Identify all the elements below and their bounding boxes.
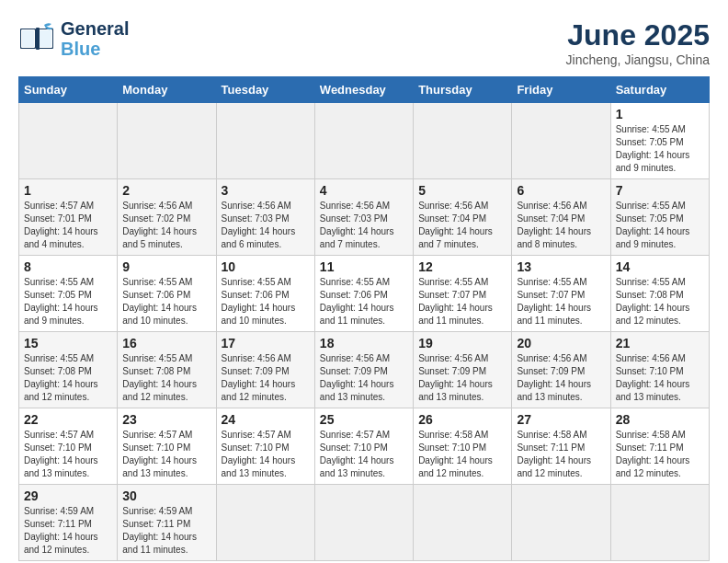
day-number: 19 [418, 336, 506, 350]
day-info: Sunrise: 4:58 AMSunset: 7:11 PMDaylight:… [517, 429, 605, 480]
day-number: 20 [517, 336, 605, 350]
calendar-cell [512, 103, 610, 179]
logo: General Blue [18, 18, 129, 59]
day-number: 30 [122, 488, 210, 503]
calendar-cell: 14Sunrise: 4:55 AMSunset: 7:08 PMDayligh… [610, 256, 709, 332]
calendar-table: SundayMondayTuesdayWednesdayThursdayFrid… [18, 76, 710, 561]
day-number: 10 [222, 259, 310, 274]
calendar-cell: 1Sunrise: 4:55 AMSunset: 7:05 PMDaylight… [610, 103, 709, 179]
calendar-cell [216, 485, 314, 561]
day-number: 3 [222, 183, 310, 198]
calendar-cell: 30Sunrise: 4:59 AMSunset: 7:11 PMDayligh… [118, 485, 216, 561]
calendar-cell [19, 103, 118, 179]
title-block: June 2025 Jincheng, Jiangsu, China [566, 18, 710, 67]
day-number: 21 [616, 336, 704, 350]
page-header: General Blue June 2025 Jincheng, Jiangsu… [18, 18, 710, 67]
calendar-cell: 22Sunrise: 4:57 AMSunset: 7:10 PMDayligh… [19, 408, 118, 485]
svg-rect-5 [40, 30, 51, 47]
day-number: 24 [222, 412, 310, 427]
day-number: 11 [320, 259, 408, 274]
logo-icon [18, 21, 57, 56]
calendar-cell: 15Sunrise: 4:55 AMSunset: 7:08 PMDayligh… [19, 332, 118, 408]
calendar-cell [314, 485, 413, 561]
day-info: Sunrise: 4:59 AMSunset: 7:11 PMDaylight:… [24, 505, 112, 557]
day-info: Sunrise: 4:57 AMSunset: 7:10 PMDaylight:… [222, 429, 310, 480]
day-info: Sunrise: 4:55 AMSunset: 7:06 PMDaylight:… [222, 276, 310, 327]
day-number: 6 [517, 183, 605, 198]
calendar-cell: 5Sunrise: 4:56 AMSunset: 7:04 PMDaylight… [414, 179, 512, 256]
svg-rect-6 [36, 28, 40, 50]
day-number: 17 [222, 336, 310, 350]
calendar-cell [414, 103, 512, 179]
calendar-cell: 21Sunrise: 4:56 AMSunset: 7:10 PMDayligh… [610, 332, 709, 408]
calendar-cell [414, 485, 512, 561]
calendar-cell: 26Sunrise: 4:58 AMSunset: 7:10 PMDayligh… [414, 408, 512, 485]
calendar-cell: 29Sunrise: 4:59 AMSunset: 7:11 PMDayligh… [19, 485, 118, 561]
day-info: Sunrise: 4:57 AMSunset: 7:10 PMDaylight:… [122, 429, 210, 480]
calendar-cell: 13Sunrise: 4:55 AMSunset: 7:07 PMDayligh… [512, 256, 610, 332]
calendar-cell: 16Sunrise: 4:55 AMSunset: 7:08 PMDayligh… [118, 332, 216, 408]
month-year-title: June 2025 [566, 18, 710, 52]
day-info: Sunrise: 4:55 AMSunset: 7:08 PMDaylight:… [24, 352, 112, 404]
day-number: 25 [320, 412, 408, 427]
col-header-thursday: Thursday [414, 77, 512, 103]
calendar-cell: 12Sunrise: 4:55 AMSunset: 7:07 PMDayligh… [414, 256, 512, 332]
calendar-cell: 24Sunrise: 4:57 AMSunset: 7:10 PMDayligh… [216, 408, 314, 485]
day-number: 29 [24, 488, 112, 503]
day-info: Sunrise: 4:55 AMSunset: 7:05 PMDaylight:… [24, 276, 112, 327]
calendar-cell: 4Sunrise: 4:56 AMSunset: 7:03 PMDaylight… [314, 179, 413, 256]
col-header-tuesday: Tuesday [216, 77, 314, 103]
day-info: Sunrise: 4:57 AMSunset: 7:01 PMDaylight:… [24, 200, 112, 251]
calendar-cell: 7Sunrise: 4:55 AMSunset: 7:05 PMDaylight… [610, 179, 709, 256]
day-number: 2 [122, 183, 210, 198]
calendar-cell: 10Sunrise: 4:55 AMSunset: 7:06 PMDayligh… [216, 256, 314, 332]
day-info: Sunrise: 4:56 AMSunset: 7:09 PMDaylight:… [418, 352, 506, 404]
day-number: 7 [616, 183, 704, 198]
calendar-cell: 11Sunrise: 4:55 AMSunset: 7:06 PMDayligh… [314, 256, 413, 332]
day-info: Sunrise: 4:55 AMSunset: 7:05 PMDaylight:… [616, 123, 704, 175]
calendar-cell: 6Sunrise: 4:56 AMSunset: 7:04 PMDaylight… [512, 179, 610, 256]
col-header-friday: Friday [512, 77, 610, 103]
day-info: Sunrise: 4:56 AMSunset: 7:04 PMDaylight:… [418, 200, 506, 251]
day-info: Sunrise: 4:57 AMSunset: 7:10 PMDaylight:… [24, 429, 112, 480]
day-number: 27 [517, 412, 605, 427]
calendar-cell: 17Sunrise: 4:56 AMSunset: 7:09 PMDayligh… [216, 332, 314, 408]
day-info: Sunrise: 4:56 AMSunset: 7:10 PMDaylight:… [616, 352, 704, 404]
day-info: Sunrise: 4:55 AMSunset: 7:07 PMDaylight:… [517, 276, 605, 327]
calendar-cell: 1Sunrise: 4:57 AMSunset: 7:01 PMDaylight… [19, 179, 118, 256]
day-info: Sunrise: 4:55 AMSunset: 7:08 PMDaylight:… [122, 352, 210, 404]
location-subtitle: Jincheng, Jiangsu, China [566, 52, 710, 67]
day-number: 16 [122, 336, 210, 350]
day-info: Sunrise: 4:59 AMSunset: 7:11 PMDaylight:… [122, 505, 210, 557]
calendar-cell: 19Sunrise: 4:56 AMSunset: 7:09 PMDayligh… [414, 332, 512, 408]
calendar-cell: 8Sunrise: 4:55 AMSunset: 7:05 PMDaylight… [19, 256, 118, 332]
day-number: 8 [24, 259, 112, 274]
day-info: Sunrise: 4:56 AMSunset: 7:09 PMDaylight:… [222, 352, 310, 404]
calendar-cell [118, 103, 216, 179]
day-number: 18 [320, 336, 408, 350]
col-header-monday: Monday [118, 77, 216, 103]
day-number: 9 [122, 259, 210, 274]
day-number: 13 [517, 259, 605, 274]
day-info: Sunrise: 4:55 AMSunset: 7:07 PMDaylight:… [418, 276, 506, 327]
day-info: Sunrise: 4:55 AMSunset: 7:06 PMDaylight:… [320, 276, 408, 327]
day-info: Sunrise: 4:55 AMSunset: 7:08 PMDaylight:… [616, 276, 704, 327]
day-info: Sunrise: 4:58 AMSunset: 7:10 PMDaylight:… [418, 429, 506, 480]
day-info: Sunrise: 4:55 AMSunset: 7:06 PMDaylight:… [122, 276, 210, 327]
day-info: Sunrise: 4:56 AMSunset: 7:02 PMDaylight:… [122, 200, 210, 251]
calendar-cell [512, 485, 610, 561]
day-number: 5 [418, 183, 506, 198]
day-number: 28 [616, 412, 704, 427]
day-info: Sunrise: 4:56 AMSunset: 7:03 PMDaylight:… [222, 200, 310, 251]
day-number: 26 [418, 412, 506, 427]
col-header-saturday: Saturday [610, 77, 709, 103]
calendar-cell [216, 103, 314, 179]
day-number: 23 [122, 412, 210, 427]
day-info: Sunrise: 4:56 AMSunset: 7:03 PMDaylight:… [320, 200, 408, 251]
day-info: Sunrise: 4:56 AMSunset: 7:09 PMDaylight:… [320, 352, 408, 404]
day-number: 12 [418, 259, 506, 274]
day-info: Sunrise: 4:57 AMSunset: 7:10 PMDaylight:… [320, 429, 408, 480]
svg-rect-4 [22, 30, 34, 47]
logo-text: General Blue [61, 18, 129, 59]
day-info: Sunrise: 4:58 AMSunset: 7:11 PMDaylight:… [616, 429, 704, 480]
